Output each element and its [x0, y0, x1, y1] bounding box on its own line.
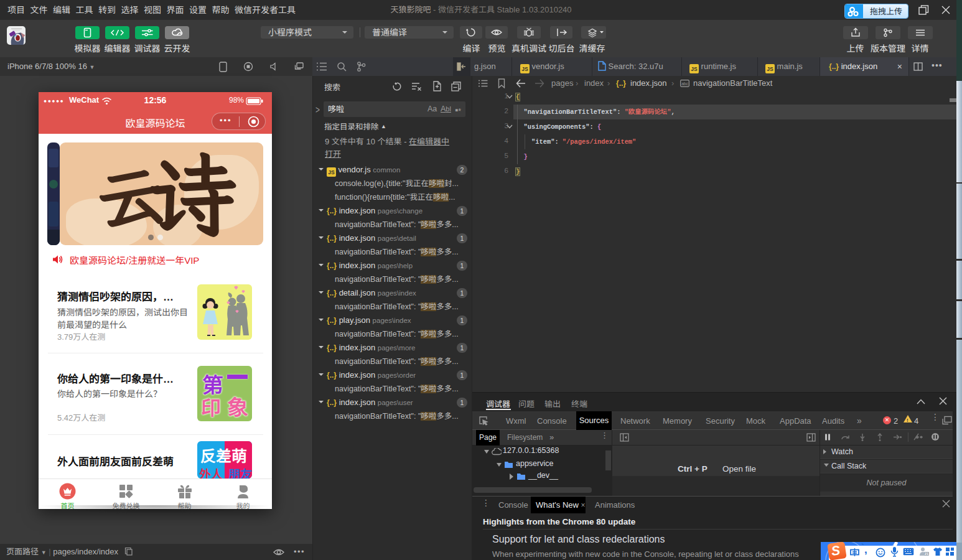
svg-text:21: 21: [925, 552, 929, 556]
svg-text:abc: abc: [681, 82, 688, 86]
